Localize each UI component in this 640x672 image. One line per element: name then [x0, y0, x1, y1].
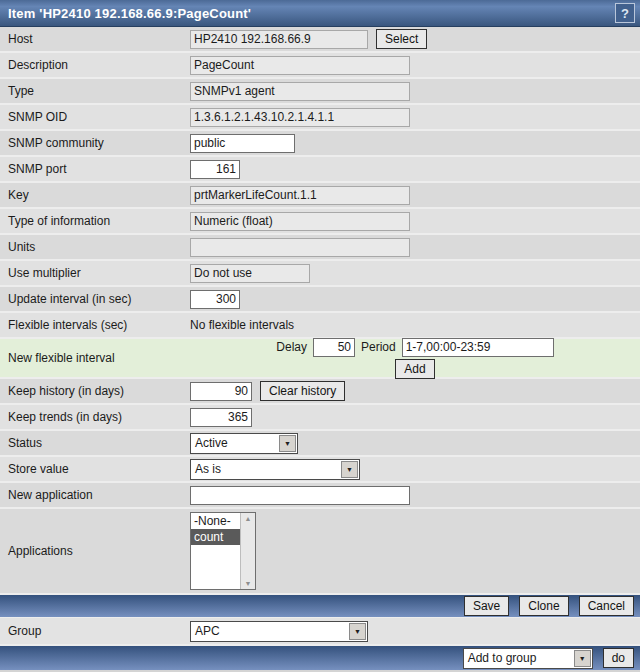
status-select[interactable]: Active ▼ [190, 433, 298, 454]
chevron-down-icon: ▼ [574, 650, 591, 667]
host-input[interactable] [190, 30, 368, 49]
flexible-intervals-value: No flexible intervals [190, 318, 294, 332]
applications-listbox[interactable]: -None- count ▲ ▼ [190, 512, 256, 590]
group-row: Group APC ▼ [0, 618, 640, 644]
titlebar: Item 'HP2410 192.168.66.9:PageCount' ? [0, 0, 640, 27]
period-label: Period [361, 340, 396, 354]
page-title: Item 'HP2410 192.168.66.9:PageCount' [0, 6, 251, 21]
description-label: Description [0, 58, 190, 72]
form-row-type-of-information: Type of information [0, 209, 640, 233]
type-label: Type [0, 84, 190, 98]
applications-option-count[interactable]: count [191, 529, 240, 545]
applications-option-none[interactable]: -None- [191, 513, 240, 529]
form-row-store-value: Store value As is ▼ [0, 457, 640, 481]
units-input[interactable] [190, 238, 410, 257]
snmp-community-input[interactable] [190, 134, 295, 153]
new-application-label: New application [0, 488, 190, 502]
scroll-up-icon[interactable]: ▲ [245, 515, 252, 522]
group-action-select[interactable]: Add to group ▼ [463, 648, 593, 669]
key-input[interactable] [190, 186, 410, 205]
snmp-port-label: SNMP port [0, 162, 190, 176]
group-action-select-value: Add to group [464, 651, 537, 665]
scroll-down-icon[interactable]: ▼ [245, 580, 252, 587]
keep-history-input[interactable] [190, 382, 252, 401]
units-label: Units [0, 240, 190, 254]
form-row-key: Key [0, 183, 640, 207]
form-row-units: Units [0, 235, 640, 259]
form-row-new-flexible-interval: New flexible interval Delay Period Add [0, 339, 640, 377]
use-multiplier-label: Use multiplier [0, 266, 190, 280]
status-label: Status [0, 436, 190, 450]
form-actions-bar: Save Clone Cancel [0, 595, 640, 617]
form-row-description: Description [0, 53, 640, 77]
host-label: Host [0, 32, 190, 46]
description-input[interactable] [190, 56, 410, 75]
delay-input[interactable] [313, 338, 355, 357]
keep-history-label: Keep history (in days) [0, 384, 190, 398]
form-row-snmp-community: SNMP community [0, 131, 640, 155]
form-row-type: Type [0, 79, 640, 103]
applications-label: Applications [0, 544, 190, 558]
form-row-use-multiplier: Use multiplier [0, 261, 640, 285]
bottom-action-bar: Add to group ▼ do [0, 646, 640, 670]
store-value-select-value: As is [191, 462, 221, 476]
add-flexible-interval-button[interactable]: Add [395, 359, 434, 379]
snmp-port-input[interactable] [190, 160, 240, 179]
item-configuration-page: Item 'HP2410 192.168.66.9:PageCount' ? H… [0, 0, 640, 672]
chevron-down-icon: ▼ [341, 461, 358, 478]
form-row-new-application: New application [0, 483, 640, 507]
help-icon[interactable]: ? [615, 3, 635, 23]
status-select-value: Active [191, 436, 228, 450]
form-row-host: Host Select [0, 27, 640, 51]
use-multiplier-input[interactable] [190, 264, 310, 283]
new-application-input[interactable] [190, 486, 410, 505]
snmp-community-label: SNMP community [0, 136, 190, 150]
group-select[interactable]: APC ▼ [190, 621, 368, 642]
form-row-snmp-oid: SNMP OID [0, 105, 640, 129]
form-row-applications: Applications -None- count ▲ ▼ [0, 509, 640, 593]
store-value-select[interactable]: As is ▼ [190, 459, 360, 480]
form-row-update-interval: Update interval (in sec) [0, 287, 640, 311]
form-row-snmp-port: SNMP port [0, 157, 640, 181]
do-button[interactable]: do [603, 648, 634, 668]
keep-trends-input[interactable] [190, 408, 252, 427]
listbox-scrollbar[interactable]: ▲ ▼ [240, 513, 255, 589]
store-value-label: Store value [0, 462, 190, 476]
clone-button[interactable]: Clone [519, 596, 568, 616]
form-row-keep-history: Keep history (in days) Clear history [0, 379, 640, 403]
group-select-value: APC [191, 624, 220, 638]
group-label: Group [0, 624, 190, 638]
keep-trends-label: Keep trends (in days) [0, 410, 190, 424]
type-input[interactable] [190, 82, 410, 101]
form-row-flexible-intervals: Flexible intervals (sec) No flexible int… [0, 313, 640, 337]
chevron-down-icon: ▼ [349, 623, 366, 640]
new-flexible-interval-label: New flexible interval [0, 351, 190, 365]
cancel-button[interactable]: Cancel [579, 596, 634, 616]
type-of-information-input[interactable] [190, 212, 410, 231]
save-button[interactable]: Save [464, 596, 509, 616]
clear-history-button[interactable]: Clear history [260, 381, 345, 401]
snmp-oid-input[interactable] [190, 108, 410, 127]
delay-label: Delay [276, 340, 307, 354]
form-row-status: Status Active ▼ [0, 431, 640, 455]
period-input[interactable] [402, 338, 554, 357]
type-of-information-label: Type of information [0, 214, 190, 228]
update-interval-input[interactable] [190, 290, 240, 309]
flexible-intervals-label: Flexible intervals (sec) [0, 318, 190, 332]
update-interval-label: Update interval (in sec) [0, 292, 190, 306]
chevron-down-icon: ▼ [279, 435, 296, 452]
key-label: Key [0, 188, 190, 202]
snmp-oid-label: SNMP OID [0, 110, 190, 124]
host-select-button[interactable]: Select [376, 29, 427, 49]
form-row-keep-trends: Keep trends (in days) [0, 405, 640, 429]
